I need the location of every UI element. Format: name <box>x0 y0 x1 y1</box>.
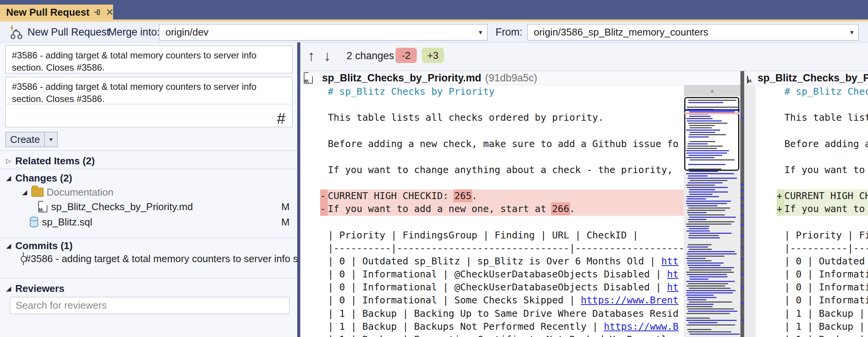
tab-new-pull-request[interactable]: New Pull Request ✕ <box>0 5 113 20</box>
chevron-down-icon: ▼ <box>849 29 855 36</box>
minimap-line <box>688 123 727 124</box>
minimap-line <box>687 246 708 248</box>
minimap-line <box>689 301 732 303</box>
diff-line: | 0 | Informational | @CheckUserDatabase… <box>320 281 684 294</box>
ruler-change-mark <box>741 319 744 321</box>
diff-text: 265 <box>454 190 471 201</box>
diff-pane-old: # sp_Blitz Checks by PriorityThis table … <box>320 85 684 337</box>
section-related-items[interactable]: ▷ Related Items (2) <box>0 155 297 167</box>
right-pane-gutter <box>744 85 756 337</box>
pr-title-field[interactable]: #3586 - adding target & total memory cou… <box>5 45 293 73</box>
panel-splitter[interactable] <box>297 42 300 337</box>
minimap-line <box>687 299 706 300</box>
diff-url-link[interactable]: ht <box>667 269 679 280</box>
overview-ruler[interactable] <box>740 71 744 337</box>
add-work-item-icon[interactable]: # <box>277 112 285 125</box>
diff-line: This table list <box>777 111 868 125</box>
minimap-line <box>690 127 712 128</box>
diff-line <box>320 177 684 190</box>
minimap-line <box>687 308 734 309</box>
create-button[interactable]: Create <box>6 132 44 147</box>
minimap-line <box>686 224 731 225</box>
merge-into-dropdown[interactable]: origin/dev ▼ <box>159 24 487 41</box>
minimap-line <box>689 288 730 289</box>
database-file-icon <box>30 217 38 227</box>
minimap-line <box>689 189 715 190</box>
file-row-sql[interactable]: sp_Blitz.sql M <box>0 215 297 228</box>
diff-gutter <box>777 216 784 229</box>
file-row-md[interactable]: M↓ sp_Blitz_Checks_by_Priority.md M <box>0 200 297 213</box>
diff-text: | 1 | Backup | <box>784 308 868 319</box>
tree-folder-documentation[interactable]: ◢ Documentation <box>0 186 297 199</box>
scroll-up-arrow-icon[interactable]: ▲ <box>684 85 740 96</box>
minimap-line <box>690 159 735 160</box>
minimap-line <box>686 203 727 204</box>
diff-gutter <box>777 242 784 255</box>
create-dropdown-button[interactable]: ▼ <box>44 132 57 147</box>
diff-url-link[interactable]: https://www.B <box>604 321 679 332</box>
pin-icon[interactable] <box>93 6 102 18</box>
reviewer-search-input[interactable] <box>10 297 290 314</box>
right-file-header: M↓ sp_Blitz_Checks_by_Prior <box>744 71 868 85</box>
ruler-change-mark <box>741 214 744 216</box>
diff-gutter <box>320 255 328 268</box>
diff-gutter <box>320 111 328 125</box>
diff-gutter <box>777 111 784 125</box>
diff-text: | 0 | Outdated <box>784 256 868 267</box>
minimap-change-bar <box>685 109 740 111</box>
previous-change-button[interactable]: ↑ <box>308 48 315 64</box>
diff-gutter <box>320 124 328 138</box>
next-change-button[interactable]: ↓ <box>324 48 331 64</box>
minimap-line <box>686 150 729 151</box>
minimap-line <box>686 258 706 259</box>
diff-text: CURRENT HIGH CHECKID: <box>328 190 454 201</box>
close-icon[interactable]: ✕ <box>105 6 114 18</box>
minimap-line <box>688 235 719 236</box>
minimap-line <box>690 279 708 280</box>
minimap-line <box>688 311 737 312</box>
diff-url-link[interactable]: htt <box>661 256 679 267</box>
minimap-line <box>687 297 716 298</box>
diff-gutter <box>320 268 328 281</box>
diff-gutter <box>320 229 328 242</box>
minimap-scrollbar[interactable]: ▲ <box>684 85 740 337</box>
diff-line <box>320 216 684 229</box>
minimap-line <box>686 118 713 119</box>
minimap-line <box>687 260 711 261</box>
diff-text: | 0 | Informational | Some Checks Skippe… <box>328 295 581 306</box>
diff-gutter <box>777 85 784 99</box>
minimap-line <box>688 207 730 209</box>
merge-into-label: Merge into: <box>108 22 160 42</box>
diff-url-link[interactable]: https://www.Brent <box>581 295 679 306</box>
section-reviewers[interactable]: ◢ Reviewers <box>0 282 297 295</box>
markdown-file-icon: M↓ <box>38 201 47 212</box>
commit-item[interactable]: #3586 - adding target & total memory cou… <box>0 252 297 265</box>
minimap-line <box>686 201 731 202</box>
diff-url-link[interactable]: ht <box>667 282 679 293</box>
left-file-header: M↓ sp_Blitz_Checks_by_Priority.md (91db9… <box>300 71 740 85</box>
diff-text: | 0 | Informational | @CheckUserDatabase… <box>328 282 667 293</box>
diff-text: This table list <box>784 112 868 123</box>
merge-into-value: origin/dev <box>165 26 209 38</box>
ruler-change-mark <box>741 190 744 191</box>
minimap-line <box>686 157 714 158</box>
diff-line: # sp_Blitz Chec <box>777 85 868 99</box>
diff-text: CURRENT HIGH CH <box>784 190 868 201</box>
minimap-line <box>687 205 717 206</box>
pr-description-field[interactable]: #3586 - adding target & total memory cou… <box>5 77 293 127</box>
section-changes[interactable]: ◢ Changes (2) <box>0 172 297 184</box>
section-commits[interactable]: ◢ Commits (1) <box>0 240 297 252</box>
from-dropdown[interactable]: origin/3586_sp_Blitz_memory_counters ▼ <box>527 24 859 41</box>
minimap-line <box>689 233 732 234</box>
diff-line: | 1 | Backup | Backing Up to Same Drive … <box>320 307 684 321</box>
minimap-line <box>687 329 711 330</box>
diff-line: | 0 | Informati <box>777 268 868 281</box>
collapsed-chevron-icon: ▷ <box>6 157 15 165</box>
ruler-change-mark <box>741 197 744 199</box>
diff-line: | 1 | Backup | <box>777 307 868 321</box>
diff-text: If you want to add a new one, start at <box>328 203 552 214</box>
pull-request-branch-icon <box>8 22 24 42</box>
minimap-line <box>686 281 735 282</box>
diff-gutter <box>777 151 784 164</box>
minimap-line <box>688 168 721 170</box>
